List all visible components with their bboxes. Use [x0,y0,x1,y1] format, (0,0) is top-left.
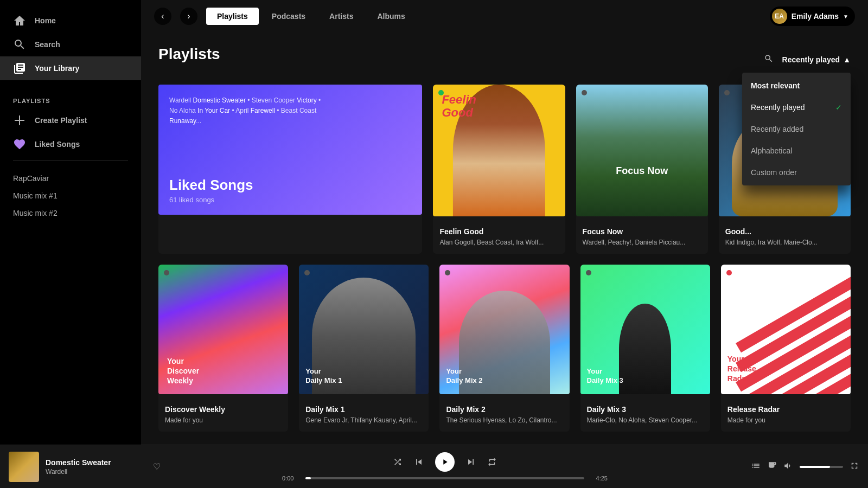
progress-fill [305,477,311,479]
user-avatar: EA [772,9,787,24]
tab-playlists[interactable]: Playlists [206,8,259,25]
play-pause-button[interactable] [435,452,455,472]
playlist-card-release-radar[interactable]: YourReleaseRadar Release Radar Made for … [721,265,851,432]
sort-option-recently-added[interactable]: Recently added [742,118,851,140]
sidebar-divider [13,160,128,161]
liked-songs-cover: Wardell Domestic Sweater • Steven Cooper… [158,85,422,215]
volume-button[interactable] [783,461,793,473]
playlist-card-focus-now[interactable]: Focus Now Focus Now Wardell, Peachy!, Da… [576,85,708,254]
playlist-card-daily-mix-2[interactable]: YourDaily Mix 2 Daily Mix 2 The Serious … [439,265,569,432]
volume-fill [800,466,830,468]
playlist-card-discover-weekly[interactable]: YourDiscoverWeekly Discover Weekly Made … [158,265,288,432]
shuffle-button[interactable] [393,457,403,467]
sort-option-alphabetical[interactable]: Alphabetical [742,140,851,162]
tab-albums[interactable]: Albums [366,8,416,25]
library-icon [13,62,26,75]
focus-now-title: Focus Now [583,227,701,236]
player-buttons [393,452,497,472]
status-dot-dm1 [304,270,310,275]
devices-button[interactable] [767,461,777,473]
chevron-up-icon: ▲ [843,55,851,64]
player-album-art [9,452,39,482]
repeat-button[interactable] [487,457,497,467]
queue-button[interactable] [751,461,761,473]
sort-option-recently-played[interactable]: Recently played ✓ [742,97,851,118]
focus-now-cover: Focus Now [576,85,708,216]
sort-control: Recently played ▲ Most relevant Recently… [762,52,851,68]
release-radar-cover: YourReleaseRadar [721,265,851,394]
tab-podcasts[interactable]: Podcasts [261,8,316,25]
sidebar-item-search[interactable]: Search [0,33,141,56]
topbar: ‹ › Playlists Podcasts Artists Albums EA… [141,0,868,33]
tab-artists[interactable]: Artists [318,8,364,25]
user-menu[interactable]: EA Emily Adams ▼ [770,7,855,26]
progress-track[interactable] [305,477,584,479]
forward-button[interactable]: › [180,8,197,25]
next-button[interactable] [465,457,476,467]
playlist-card-daily-mix-1[interactable]: YourDaily Mix 1 Daily Mix 1 Gene Evaro J… [299,265,429,432]
player-bar: Domestic Sweater Wardell ♡ 0:00 [0,445,868,488]
tab-navigation: Playlists Podcasts Artists Albums [206,8,761,25]
sidebar-navigation: Home Search Your Library [0,4,141,89]
sidebar-playlist-music-mix-1[interactable]: Music mix #1 [0,187,141,204]
playlist-card-feelin-good[interactable]: FeelinGood Feelin Good Alan Gogoll, Beas… [433,85,565,254]
daily-mix-2-subtitle: The Serious Hyenas, Lo Zo, Cilantro... [446,416,563,425]
liked-songs-artists-preview: Wardell Domestic Sweater • Steven Cooper… [169,95,411,127]
playlists-section-label: PLAYLISTS [0,89,141,108]
sort-option-most-relevant[interactable]: Most relevant [742,75,851,97]
sidebar-item-library[interactable]: Your Library [0,56,141,80]
previous-button[interactable] [413,457,424,467]
sidebar-playlist-rapcaviar[interactable]: RapCaviar [0,170,141,187]
good-title: Good... [725,227,844,236]
daily-mix-1-subtitle: Gene Evaro Jr, Thifany Kauany, April... [305,416,422,425]
release-radar-title: Release Radar [727,405,844,414]
sidebar-playlist-music-mix-2[interactable]: Music mix #2 [0,204,141,222]
playlist-card-daily-mix-3[interactable]: YourDaily Mix 3 Daily Mix 3 Marie-Clo, N… [580,265,710,432]
progress-bar: 0:00 4:25 [282,475,608,481]
discover-weekly-cover: YourDiscoverWeekly [158,265,288,394]
good-subtitle: Kid Indigo, Ira Wolf, Marie-Clo... [725,238,844,247]
daily-mix-3-cover: YourDaily Mix 3 [580,265,710,394]
liked-songs-button[interactable]: Liked Songs [0,132,141,156]
player-right-controls [729,461,859,473]
daily-mix-2-cover: YourDaily Mix 2 [439,265,569,394]
discover-weekly-title: Discover Weekly [165,405,282,414]
sidebar-item-home[interactable]: Home [0,9,141,33]
release-radar-subtitle: Made for you [727,416,844,425]
daily-mix-3-subtitle: Marie-Clo, No Aloha, Steven Cooper... [587,416,704,425]
fullscreen-button[interactable] [850,461,859,473]
playlist-card-liked-songs[interactable]: Wardell Domestic Sweater • Steven Cooper… [158,85,422,254]
like-track-button[interactable]: ♡ [153,461,161,472]
liked-songs-title: Liked Songs [169,177,253,194]
search-content-button[interactable] [762,52,776,68]
page-title: Playlists [158,46,220,63]
status-dot-dw [164,270,169,275]
heart-icon [13,138,26,151]
volume-slider[interactable] [800,466,843,468]
daily-mix-1-title: Daily Mix 1 [305,405,422,414]
check-icon: ✓ [835,103,842,112]
daily-mix-2-title: Daily Mix 2 [446,405,563,414]
plus-icon [13,114,26,127]
status-dot-gray [582,90,587,95]
sort-option-custom-order[interactable]: Custom order [742,162,851,183]
back-button[interactable]: ‹ [154,8,171,25]
player-track-details: Domestic Sweater Wardell [46,458,111,476]
status-dot-dm2 [445,270,450,275]
content-header: Playlists Recently played ▲ Most relevan… [158,46,851,74]
time-current: 0:00 [282,475,301,481]
sort-dropdown-button[interactable]: Recently played ▲ [782,55,851,64]
player-controls: 0:00 4:25 [169,452,720,481]
home-icon [13,14,26,27]
daily-mix-3-title: Daily Mix 3 [587,405,704,414]
create-playlist-button[interactable]: Create Playlist [0,108,141,132]
svg-rect-1 [15,120,24,121]
focus-now-subtitle: Wardell, Peachy!, Daniela Picciau... [583,238,701,247]
app-layout: Home Search Your Library PLAYLISTS Creat… [0,0,868,445]
feelin-good-cover: FeelinGood [433,85,565,216]
status-dot-rr [726,270,732,275]
sidebar: Home Search Your Library PLAYLISTS Creat… [0,0,141,445]
daily-mix-1-cover: YourDaily Mix 1 [299,265,429,394]
feelin-good-title: Feelin Good [439,227,558,236]
liked-songs-title-area: Liked Songs 61 liked songs [169,177,253,204]
